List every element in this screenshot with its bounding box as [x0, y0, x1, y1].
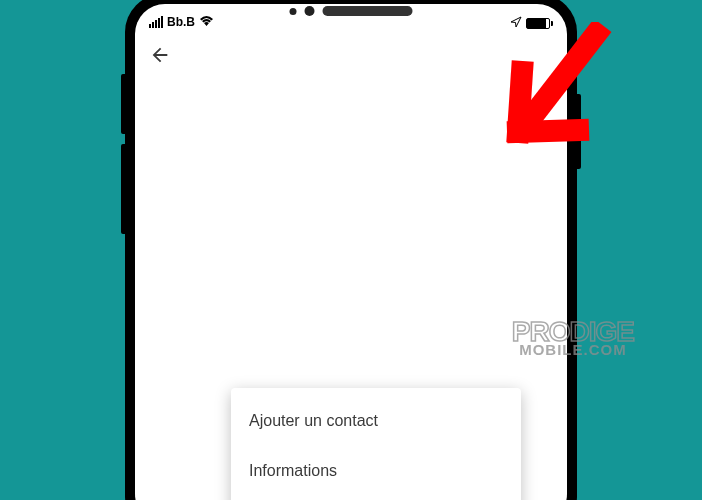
phone-screen: Bb.B	[135, 4, 567, 500]
menu-item-archive[interactable]: Archiver	[231, 496, 521, 500]
wifi-icon	[199, 14, 214, 30]
arrow-left-icon	[149, 44, 171, 66]
battery-icon	[526, 18, 553, 29]
back-button[interactable]	[149, 44, 171, 70]
phone-frame: Bb.B	[125, 0, 577, 500]
menu-item-add-contact[interactable]: Ajouter un contact	[231, 396, 521, 446]
conversation-content: Ajouter un contact Informations Archiver…	[135, 414, 567, 429]
overflow-menu: Ajouter un contact Informations Archiver…	[231, 388, 521, 500]
power-button	[577, 94, 581, 169]
location-icon	[510, 16, 522, 30]
volume-up-button	[121, 74, 125, 134]
app-bar	[135, 32, 567, 82]
menu-item-details[interactable]: Informations	[231, 446, 521, 496]
signal-icon	[149, 16, 163, 28]
volume-down-button	[121, 144, 125, 234]
carrier-label: Bb.B	[167, 15, 195, 29]
phone-notch	[290, 6, 413, 16]
